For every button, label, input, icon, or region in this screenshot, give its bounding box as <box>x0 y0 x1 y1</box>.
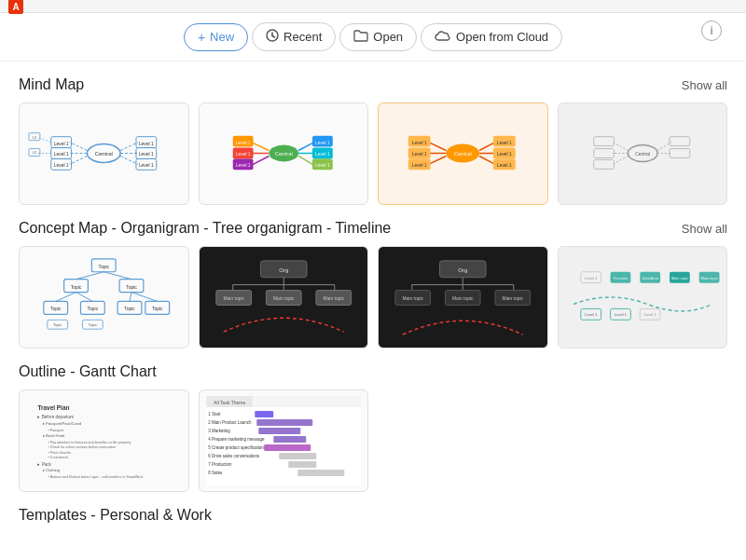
outline-section: Outline - Gantt Chart Travel Plan ▸ Befo… <box>19 363 727 492</box>
svg-text:Level 1: Level 1 <box>497 141 512 145</box>
open-cloud-label: Open from Cloud <box>456 30 548 44</box>
svg-rect-173 <box>255 411 273 417</box>
svg-text:Level 1: Level 1 <box>314 152 329 157</box>
svg-text:Level 1: Level 1 <box>235 163 250 168</box>
svg-text:Level 1: Level 1 <box>412 141 427 145</box>
svg-line-98 <box>104 272 131 280</box>
svg-text:Central: Central <box>454 151 472 157</box>
svg-text:Main topic: Main topic <box>223 296 244 301</box>
svg-text:Org: Org <box>458 267 467 273</box>
svg-line-53 <box>429 143 447 151</box>
svg-text:Level 1: Level 1 <box>497 152 512 157</box>
folder-icon <box>353 30 368 45</box>
concept-map-section: Concept Map - Organigram - Tree organigr… <box>19 220 727 348</box>
svg-line-68 <box>479 156 495 164</box>
new-label: New <box>210 30 234 44</box>
template-card[interactable]: Central <box>558 102 728 205</box>
svg-text:2 Main Product Launch: 2 Main Product Launch <box>208 420 252 425</box>
svg-rect-74 <box>593 137 614 146</box>
svg-text:▸ Pack: ▸ Pack <box>37 462 51 467</box>
svg-text:8 Sales: 8 Sales <box>208 471 223 475</box>
info-icon: i <box>711 24 713 37</box>
template-card[interactable]: Central Level 1 Level 1 Level 1 <box>199 102 369 205</box>
open-button[interactable]: Open <box>339 23 417 51</box>
svg-rect-80 <box>669 137 689 146</box>
templates-section: Templates - Personal & Work <box>19 507 727 524</box>
templates-title: Templates - Personal & Work <box>19 507 212 524</box>
svg-text:Level 1: Level 1 <box>314 141 329 145</box>
template-card[interactable]: Org Main topic Main topic Main topic <box>199 246 369 348</box>
svg-text:Level 1: Level 1 <box>139 142 154 146</box>
svg-text:Level 1: Level 1 <box>497 163 512 168</box>
svg-text:Central: Central <box>274 151 292 157</box>
template-card[interactable]: Central Level 1 Level 1 Level 1 Level 1 <box>378 102 548 205</box>
svg-line-101 <box>130 293 131 302</box>
svg-text:Topic: Topic <box>98 265 109 269</box>
svg-text:3 Marketing: 3 Marketing <box>208 429 230 433</box>
mind-map-section: Mind Map Show all Central Level 1 <box>19 76 727 205</box>
svg-line-48 <box>298 156 314 165</box>
mind-map-header: Mind Map Show all <box>19 76 727 93</box>
concept-map-show-all[interactable]: Show all <box>682 222 727 236</box>
svg-text:Topic: Topic <box>71 285 82 290</box>
toolbar: + New Recent Open Open from Cloud i <box>0 13 746 61</box>
svg-text:Central: Central <box>635 152 650 157</box>
concept-map-title: Concept Map - Organigram - Tree organigr… <box>19 220 391 237</box>
svg-text:A: A <box>12 2 19 12</box>
template-card[interactable]: Travel Plan ▸ Before departure ▸ Passpor… <box>19 389 189 492</box>
svg-rect-175 <box>258 428 300 434</box>
svg-text:Level 1: Level 1 <box>585 312 597 317</box>
svg-text:Level 1: Level 1 <box>54 142 69 146</box>
svg-rect-78 <box>593 159 614 169</box>
svg-rect-76 <box>593 149 614 158</box>
svg-text:Topic: Topic <box>89 322 97 327</box>
svg-text:Topic: Topic <box>53 322 62 327</box>
svg-rect-82 <box>669 149 689 158</box>
concept-map-header: Concept Map - Organigram - Tree organigr… <box>19 220 727 237</box>
svg-text:Level 1: Level 1 <box>615 312 627 317</box>
template-card[interactable]: Central Level 1 Level 1 Level 1 <box>19 102 189 205</box>
svg-text:Level 1: Level 1 <box>412 152 427 157</box>
svg-text:Topic: Topic <box>88 307 99 311</box>
templates-header: Templates - Personal & Work <box>19 507 727 524</box>
outline-title: Outline - Gantt Chart <box>19 363 157 380</box>
mind-map-title: Mind Map <box>19 76 84 93</box>
app-icon: A <box>7 0 24 15</box>
svg-text:Level 1: Level 1 <box>314 163 329 168</box>
svg-text:• Passport: • Passport <box>48 429 63 432</box>
svg-text:• Check for online reviews bef: • Check for online reviews before reserv… <box>48 445 116 449</box>
open-cloud-button[interactable]: Open from Cloud <box>421 23 562 51</box>
svg-line-16 <box>120 143 138 151</box>
svg-line-59 <box>429 156 447 164</box>
clock-icon <box>266 29 279 45</box>
svg-rect-180 <box>297 470 344 476</box>
svg-text:Topic: Topic <box>152 307 163 311</box>
svg-text:Central: Central <box>95 151 113 157</box>
svg-line-99 <box>56 293 76 302</box>
template-card[interactable]: All Task Theme 1 Start 2 Main Product La… <box>199 389 369 492</box>
outline-grid: Travel Plan ▸ Before departure ▸ Passpor… <box>19 389 727 492</box>
svg-line-33 <box>251 143 269 151</box>
svg-text:Org: Org <box>279 267 288 273</box>
svg-text:Main topic: Main topic <box>452 296 474 301</box>
svg-text:Level 1: Level 1 <box>139 152 154 157</box>
recent-button[interactable]: Recent <box>252 22 336 51</box>
plus-icon: + <box>198 30 205 45</box>
svg-text:All Task Theme: All Task Theme <box>214 400 245 405</box>
svg-text:▸ Before departure: ▸ Before departure <box>37 415 74 419</box>
svg-rect-179 <box>288 461 316 468</box>
svg-text:Function: Function <box>613 276 627 280</box>
new-button[interactable]: + New <box>184 23 248 51</box>
svg-text:Main topic: Main topic <box>670 276 687 280</box>
info-button[interactable]: i <box>701 20 722 41</box>
svg-text:Level 1: Level 1 <box>235 152 250 157</box>
mind-map-show-all[interactable]: Show all <box>682 78 727 92</box>
template-card[interactable]: Org Main topic Main topic Main topic <box>378 246 548 348</box>
template-card[interactable]: Level 1 Function Data Area Main topic Ma… <box>558 246 728 348</box>
recent-label: Recent <box>283 30 322 44</box>
svg-text:Level 1: Level 1 <box>235 141 250 145</box>
svg-rect-176 <box>273 436 306 443</box>
svg-rect-178 <box>279 453 316 459</box>
template-card[interactable]: Topic Topic Topic Topic Topic Topic Topi… <box>19 246 189 348</box>
svg-text:Level 1: Level 1 <box>139 163 154 168</box>
